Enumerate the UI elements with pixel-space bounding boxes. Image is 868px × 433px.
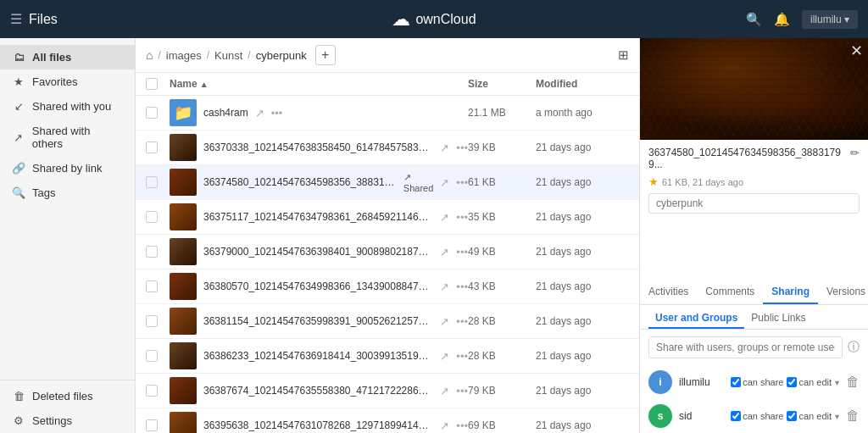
sidebar-item-deleted-files[interactable]: 🗑 Deleted files (0, 384, 135, 408)
table-row[interactable]: 36395638_10214547631078268_1297189941410… (136, 408, 639, 433)
star-icon: ★ (12, 75, 25, 88)
share-action-icon[interactable]: ↗ (440, 142, 449, 154)
sidebar-item-shared-with-you[interactable]: ↙ Shared with you (0, 94, 135, 119)
breadcrumb-cyberpunk[interactable]: cyberpunk (256, 49, 307, 62)
row-checkbox[interactable] (146, 350, 158, 362)
row-checkbox[interactable] (146, 385, 158, 397)
share-action-icon[interactable]: ↗ (440, 246, 449, 258)
breadcrumb-images[interactable]: images (166, 49, 202, 62)
trash-icon: 🗑 (12, 390, 25, 402)
more-action-icon[interactable]: ••• (456, 211, 468, 224)
perms-caret-icon[interactable]: ▾ (835, 412, 839, 421)
panel-tab-sharing[interactable]: Sharing (763, 280, 818, 304)
share-action-icon[interactable]: ↗ (255, 107, 264, 119)
breadcrumb-kunst[interactable]: Kunst (214, 49, 242, 62)
file-modified: 21 days ago (536, 142, 629, 153)
table-row[interactable]: 36374580_10214547634598356_3883179932037… (136, 165, 639, 200)
table-row[interactable]: 36380570_10214547634998366_1343900884735… (136, 269, 639, 304)
menu-icon[interactable]: ☰ (10, 11, 22, 27)
row-checkbox[interactable] (146, 211, 158, 223)
share-input-row: ⓘ (640, 330, 868, 365)
filename-row: 36374580_10214547634598356_38831799... ✏ (648, 147, 860, 170)
row-checkbox[interactable] (146, 142, 158, 153)
panel-subtab-public-links[interactable]: Public Links (744, 308, 812, 329)
row-checkbox[interactable] (146, 176, 158, 188)
table-row[interactable]: 36370338_10214547638358450_6147845758344… (136, 130, 639, 165)
row-checkbox[interactable] (146, 280, 158, 292)
breadcrumb-sep-2: / (207, 49, 209, 61)
panel-close-button[interactable]: ✕ (850, 42, 863, 60)
breadcrumb-home[interactable]: ⌂ (146, 48, 153, 62)
sidebar-item-favorites[interactable]: ★ Favorites (0, 69, 135, 94)
table-row[interactable]: 36381154_10214547635998391_9005262125706… (136, 304, 639, 339)
file-size: 28 KB (468, 350, 536, 362)
name-column-header[interactable]: Name ▲ (170, 78, 468, 90)
file-actions: ↗ ••• (440, 246, 468, 258)
share-search-input[interactable] (648, 336, 843, 358)
select-all-checkbox[interactable] (146, 78, 158, 90)
table-row[interactable]: 36387674_10214547635558380_4712172228630… (136, 374, 639, 408)
share-action-icon[interactable]: ↗ (440, 176, 449, 189)
panel-tab-versions[interactable]: Versions (818, 280, 868, 304)
table-row[interactable]: 36386233_10214547636918414_3003991351927… (136, 339, 639, 374)
settings-icon: ⚙ (12, 414, 25, 427)
can-share-checkbox[interactable] (731, 411, 741, 421)
more-action-icon[interactable]: ••• (456, 315, 468, 328)
remove-share-button[interactable]: 🗑 (846, 408, 860, 424)
share-action-icon[interactable]: ↗ (440, 419, 449, 432)
notifications-icon[interactable]: 🔔 (774, 12, 790, 27)
can-share-label[interactable]: can share (731, 411, 783, 421)
file-modified: 21 days ago (536, 385, 629, 397)
file-name-cell: 36380570_10214547634998366_1343900884735… (170, 273, 468, 300)
file-size: 21.1 MB (468, 107, 536, 119)
sidebar-item-all-files[interactable]: 🗂 All files (0, 45, 135, 69)
sidebar-item-shared-by-link[interactable]: 🔗 Shared by link (0, 156, 135, 180)
perms-caret-icon[interactable]: ▾ (835, 378, 839, 387)
view-toggle-button[interactable]: ⊞ (618, 47, 629, 63)
can-edit-checkbox[interactable] (787, 411, 797, 421)
row-checkbox[interactable] (146, 246, 158, 258)
share-action-icon[interactable]: ↗ (440, 211, 449, 224)
table-row[interactable]: 36379000_10214547636398401_9008980218764… (136, 235, 639, 269)
more-action-icon[interactable]: ••• (456, 419, 468, 432)
more-action-icon[interactable]: ••• (456, 350, 468, 363)
sidebar-item-tags[interactable]: 🔍 Tags (0, 180, 135, 205)
more-action-icon[interactable]: ••• (456, 280, 468, 293)
table-row[interactable]: 📁 cash4ram ↗ ••• 21.1 MB a month ago (136, 96, 639, 130)
user-menu[interactable]: illumilu ▾ (802, 10, 858, 29)
can-edit-checkbox[interactable] (787, 377, 797, 387)
row-checkbox[interactable] (146, 419, 158, 431)
more-action-icon[interactable]: ••• (456, 142, 468, 154)
file-size: 43 KB (468, 280, 536, 292)
add-folder-button[interactable]: + (315, 45, 336, 65)
share-action-icon[interactable]: ↗ (440, 315, 449, 328)
more-action-icon[interactable]: ••• (456, 246, 468, 258)
file-modified: 21 days ago (536, 419, 629, 431)
row-checkbox[interactable] (146, 315, 158, 327)
tag-input[interactable] (648, 193, 860, 214)
panel-subtab-user-and-groups[interactable]: User and Groups (648, 308, 744, 329)
panel-tab-activities[interactable]: Activities (640, 280, 697, 304)
share-action-icon[interactable]: ↗ (440, 280, 449, 293)
can-share-label[interactable]: can share (731, 377, 783, 387)
more-action-icon[interactable]: ••• (271, 107, 283, 119)
table-row[interactable]: 36375117_10214547634798361_2684592114641… (136, 200, 639, 235)
file-actions: ↗ ••• (440, 315, 468, 328)
share-action-icon[interactable]: ↗ (440, 350, 449, 363)
file-actions: ↗ ••• (440, 280, 468, 293)
search-icon[interactable]: 🔍 (746, 12, 762, 27)
can-edit-label[interactable]: can edit (787, 411, 832, 421)
share-action-icon[interactable]: ↗ (440, 385, 449, 397)
can-share-checkbox[interactable] (731, 377, 741, 387)
more-action-icon[interactable]: ••• (456, 385, 468, 397)
can-edit-label[interactable]: can edit (787, 377, 832, 387)
more-action-icon[interactable]: ••• (456, 176, 468, 189)
share-info-icon[interactable]: ⓘ (848, 340, 860, 355)
edit-filename-icon[interactable]: ✏ (850, 147, 860, 159)
remove-share-button[interactable]: 🗑 (846, 375, 860, 390)
sidebar-item-settings[interactable]: ⚙ Settings (0, 408, 135, 433)
sidebar-item-shared-with-others[interactable]: ↗ Shared with others (0, 119, 135, 156)
panel-tab-comments[interactable]: Comments (697, 280, 763, 304)
row-checkbox[interactable] (146, 107, 158, 119)
favorite-star-icon[interactable]: ★ (648, 175, 659, 188)
